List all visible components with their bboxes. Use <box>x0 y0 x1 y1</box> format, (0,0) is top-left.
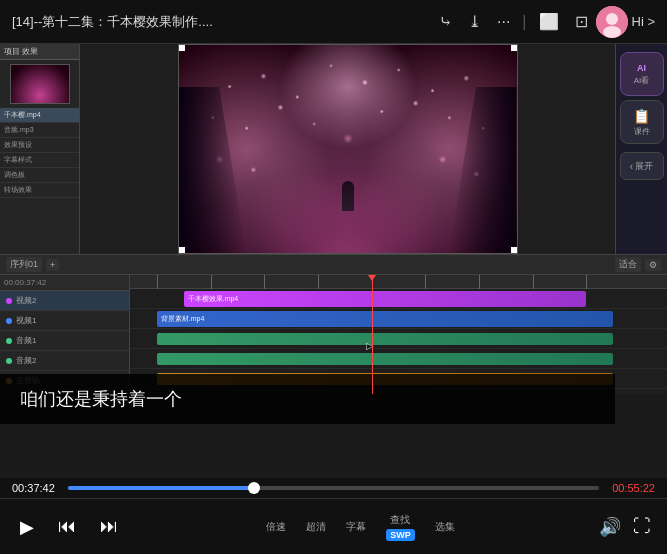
track-label-v2: 视频2 <box>0 291 129 311</box>
panel-item[interactable]: 千本樱.mp4 <box>0 108 79 123</box>
subtitle-label: 字幕 <box>346 520 366 534</box>
course-label: 课件 <box>634 126 650 137</box>
timeline-toolbar: 序列01 + 适合 ⚙ <box>0 255 667 275</box>
track-row-v1: 背景素材.mp4 <box>130 309 667 329</box>
search-label: 查找 <box>390 513 410 527</box>
current-time: 00:37:42 <box>12 482 60 494</box>
track-row-a1 <box>130 329 667 349</box>
progress-thumb[interactable] <box>248 482 260 494</box>
right-sidebar: AI AI看 📋 课件 ‹ 展开 <box>615 44 667 254</box>
course-button[interactable]: 📋 课件 <box>620 100 664 144</box>
quality-label: 超清 <box>306 520 326 534</box>
video-preview-container <box>80 44 615 254</box>
ruler-tick-1 <box>157 275 158 289</box>
subtitle-area: 咱们还是秉持着一个 <box>0 374 615 424</box>
svg-point-1 <box>606 13 618 25</box>
add-track-btn[interactable]: + <box>46 259 59 271</box>
cast-icon[interactable]: ⬜ <box>539 12 559 31</box>
course-icon: 📋 <box>633 108 650 124</box>
prev-button[interactable]: ⏮ <box>54 512 80 541</box>
sequence-btn[interactable]: 序列01 <box>6 257 42 272</box>
progress-bar[interactable] <box>68 486 599 490</box>
hi-label: Hi > <box>632 14 655 29</box>
top-bar: [14]--第十二集：千本樱效果制作.... ⤷ ⤓ ··· | ⬜ ⊡ Hi … <box>0 0 667 44</box>
ai-look-button[interactable]: AI AI看 <box>620 52 664 96</box>
track-color-v1 <box>6 318 12 324</box>
main-area: 项目 效果 千本樱.mp4 音频.mp3 效果预设 字幕样式 调色板 转场效果 <box>0 44 667 254</box>
speed-button[interactable]: 倍速 <box>266 520 286 534</box>
track-clip-a1[interactable] <box>157 333 613 345</box>
panel-item[interactable]: 调色板 <box>0 168 79 183</box>
track-label-a2: 音频2 <box>0 351 129 371</box>
total-time: 00:55:22 <box>607 482 655 494</box>
subtitle-text: 咱们还是秉持着一个 <box>20 387 182 411</box>
swp-badge: SWP <box>386 529 415 541</box>
expand-button[interactable]: ‹ 展开 <box>620 152 664 180</box>
track-clip-v1[interactable]: 背景素材.mp4 <box>157 311 613 327</box>
feature-buttons: 倍速 超清 字幕 查找 SWP 选集 <box>266 513 455 541</box>
progress-area: 00:37:42 00:55:22 <box>0 478 667 498</box>
fit-btn[interactable]: 适合 <box>615 257 641 272</box>
track-clip-a2[interactable] <box>157 353 613 365</box>
select-label: 选集 <box>435 520 455 534</box>
quality-button[interactable]: 超清 <box>306 520 326 534</box>
track-color-a1 <box>6 338 12 344</box>
panel-item[interactable]: 效果预设 <box>0 138 79 153</box>
more-icon[interactable]: ··· <box>497 13 510 31</box>
download-icon[interactable]: ⤓ <box>468 12 481 31</box>
ai-icon: AI <box>637 63 646 73</box>
ruler-tick-2 <box>211 275 212 289</box>
subtitle-button[interactable]: 字幕 <box>346 520 366 534</box>
video-title: [14]--第十二集：千本樱效果制作.... <box>12 13 431 31</box>
corner-handle-tl[interactable] <box>179 45 185 51</box>
ruler-tick-9 <box>586 275 587 289</box>
left-panel: 项目 效果 千本樱.mp4 音频.mp3 效果预设 字幕样式 调色板 转场效果 <box>0 44 80 254</box>
corner-handle-bl[interactable] <box>179 247 185 253</box>
panel-item[interactable]: 转场效果 <box>0 183 79 198</box>
corner-handle-br[interactable] <box>511 247 517 253</box>
right-controls: 🔊 ⛶ <box>599 516 651 538</box>
avatar <box>596 6 628 38</box>
ruler-tick-6 <box>425 275 426 289</box>
bottom-controls: ▶ ⏮ ⏭ 倍速 超清 字幕 查找 SWP 选集 🔊 ⛶ <box>0 498 667 554</box>
settings-btn[interactable]: ⚙ <box>645 259 661 271</box>
track-label-a1: 音频1 <box>0 331 129 351</box>
timecode-header: 00:00:37:42 <box>0 275 129 291</box>
figure <box>342 181 354 211</box>
fullscreen-button[interactable]: ⛶ <box>633 516 651 537</box>
track-label-v1: 视频1 <box>0 311 129 331</box>
panel-item[interactable]: 音频.mp3 <box>0 123 79 138</box>
left-panel-header: 项目 效果 <box>0 44 79 60</box>
expand-label: 展开 <box>635 160 653 173</box>
track-color-a2 <box>6 358 12 364</box>
track-color-v2 <box>6 298 12 304</box>
timeline-area: 序列01 + 适合 ⚙ 00:00:37:42 视频2 视频1 音频1 <box>0 254 667 394</box>
speed-label: 倍速 <box>266 520 286 534</box>
mini-preview <box>10 64 70 104</box>
play-group: ▶ ⏮ ⏭ <box>16 512 122 542</box>
ai-look-label: AI看 <box>634 75 650 86</box>
play-button[interactable]: ▶ <box>16 512 38 542</box>
ruler-tick-7 <box>479 275 480 289</box>
video-preview <box>178 44 518 254</box>
track-row-v2: 千本樱效果.mp4 <box>130 289 667 309</box>
ruler-tick-4 <box>318 275 319 289</box>
next-button[interactable]: ⏭ <box>96 512 122 541</box>
progress-fill <box>68 486 254 490</box>
pip-icon[interactable]: ⊡ <box>575 12 588 31</box>
panel-item[interactable]: 字幕样式 <box>0 153 79 168</box>
track-row-a2 <box>130 349 667 369</box>
ruler-tick-3 <box>264 275 265 289</box>
avatar-button[interactable]: Hi > <box>596 6 655 38</box>
corner-handle-tr[interactable] <box>511 45 517 51</box>
ruler-tick-8 <box>533 275 534 289</box>
chevron-left-icon: ‹ <box>630 161 633 172</box>
share-icon[interactable]: ⤷ <box>439 12 452 31</box>
search-button[interactable]: 查找 SWP <box>386 513 415 541</box>
svg-point-2 <box>603 26 621 38</box>
timecode-ruler <box>130 275 667 289</box>
select-button[interactable]: 选集 <box>435 520 455 534</box>
track-clip-v2[interactable]: 千本樱效果.mp4 <box>184 291 587 307</box>
volume-button[interactable]: 🔊 <box>599 516 621 538</box>
playhead[interactable] <box>372 275 373 394</box>
